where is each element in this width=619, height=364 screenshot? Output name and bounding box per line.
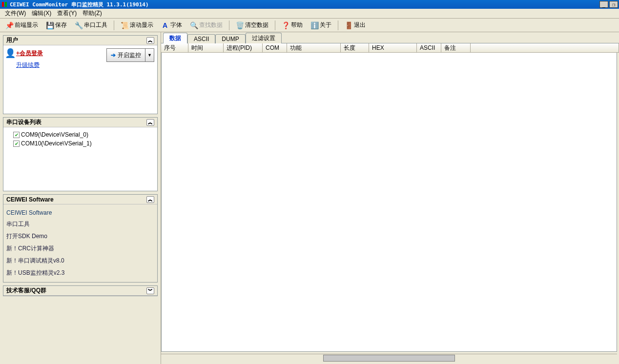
save-button[interactable]: 💾保存 — [42, 20, 70, 31]
clear-data-button[interactable]: 🗑️清空数据 — [232, 20, 272, 31]
title-bar: CEIWEI CommMonitor 串口监控精灵 11.3.1(19014) … — [0, 0, 619, 9]
expand-icon[interactable]: ︾ — [146, 287, 154, 294]
software-link[interactable]: 新！串口调试精灵v8.0 — [6, 255, 154, 267]
menu-file[interactable]: 文件(W) — [2, 8, 29, 19]
sidebar: 用户 ︽ 👤 +会员登录 升级续费 ➔ 开启监控 ▼ — [0, 32, 161, 364]
arrow-right-icon: ➔ — [111, 52, 116, 59]
svg-rect-1 — [5, 2, 7, 7]
support-panel-header: 技术客服/QQ群 ︾ — [3, 286, 157, 296]
scroll-display-button[interactable]: 📜滚动显示 — [117, 20, 157, 31]
software-link[interactable]: 新！USB监控精灵v2.3 — [6, 267, 154, 279]
tab-ascii[interactable]: ASCII — [187, 34, 215, 43]
menu-view[interactable]: 查看(Y) — [54, 8, 80, 19]
device-tree: ✔COM9(\Device\VSerial_0) ✔COM10(\Device\… — [6, 130, 154, 148]
column-header[interactable]: 序号 — [161, 43, 188, 52]
toolbar-separator — [114, 20, 114, 30]
software-panel-title: CEIWEI Software — [6, 196, 54, 203]
help-button[interactable]: ❓帮助 — [278, 20, 306, 31]
about-button[interactable]: ℹ️关于 — [307, 20, 335, 31]
checkbox-icon[interactable]: ✔ — [13, 132, 20, 138]
content-area: 数据 ASCII DUMP 过滤设置 序号时间进程(PID)COM功能长度HEX… — [161, 32, 619, 364]
column-header-filler — [471, 43, 619, 52]
grid-body[interactable] — [161, 53, 617, 352]
search-icon: 🔍 — [190, 21, 198, 29]
menu-edit[interactable]: 编辑(X) — [29, 8, 54, 19]
scroll-icon: 📜 — [121, 21, 128, 29]
user-panel-title: 用户 — [6, 36, 18, 44]
support-panel-title: 技术客服/QQ群 — [6, 286, 46, 295]
font-button[interactable]: A字体 — [158, 20, 186, 31]
device-panel-header: 串口设备列表 ︽ — [3, 118, 157, 127]
column-header[interactable]: 功能 — [287, 43, 341, 52]
serial-tools-button[interactable]: 🔧串口工具 — [71, 20, 111, 31]
checkbox-icon[interactable]: ✔ — [13, 141, 20, 147]
toolbar-separator — [229, 20, 229, 30]
menu-help[interactable]: 帮助(Z) — [80, 8, 104, 19]
svg-rect-0 — [2, 2, 4, 7]
user-panel: 用户 ︽ 👤 +会员登录 升级续费 ➔ 开启监控 ▼ — [3, 35, 158, 114]
collapse-icon[interactable]: ︽ — [146, 119, 154, 126]
software-link[interactable]: 打开SDK Demo — [6, 230, 154, 243]
grid-header: 序号时间进程(PID)COM功能长度HEXASCII备注 — [161, 43, 619, 53]
column-header[interactable]: COM — [263, 43, 287, 52]
info-icon: ℹ️ — [310, 21, 318, 29]
user-panel-header: 用户 ︽ — [3, 36, 157, 45]
horizontal-scrollbar[interactable] — [161, 354, 617, 362]
clear-icon: 🗑️ — [236, 21, 244, 29]
toolbar: 📌前端显示 💾保存 🔧串口工具 📜滚动显示 A字体 🔍查找数据 🗑️清空数据 ❓… — [0, 19, 619, 32]
pin-icon: 📌 — [5, 21, 13, 29]
start-monitor-dropdown[interactable]: ▼ — [145, 48, 154, 62]
software-panel: CEIWEI Software ︽ CEIWEI Software 串口工具 打… — [3, 194, 158, 283]
maximize-button[interactable]: ❐ — [609, 1, 618, 8]
device-panel-title: 串口设备列表 — [6, 118, 41, 126]
software-link[interactable]: 新！CRC计算神器 — [6, 243, 154, 255]
app-icon — [1, 1, 8, 8]
front-display-button[interactable]: 📌前端显示 — [2, 20, 41, 31]
tabs: 数据 ASCII DUMP 过滤设置 — [161, 32, 619, 43]
upgrade-link[interactable]: 升级续费 — [16, 61, 43, 69]
device-item[interactable]: ✔COM10(\Device\VSerial_1) — [6, 139, 154, 148]
collapse-icon[interactable]: ︽ — [146, 37, 154, 44]
software-panel-header: CEIWEI Software ︽ — [3, 195, 157, 204]
tab-filter[interactable]: 过滤设置 — [246, 33, 282, 43]
collapse-icon[interactable]: ︽ — [146, 196, 154, 203]
column-header[interactable]: 长度 — [341, 43, 369, 52]
exit-button[interactable]: 🚪退出 — [341, 20, 369, 31]
help-icon: ❓ — [282, 21, 289, 29]
column-header[interactable]: 进程(PID) — [224, 43, 263, 52]
scrollbar-thumb[interactable] — [323, 355, 455, 362]
software-link[interactable]: 串口工具 — [6, 218, 154, 230]
save-icon: 💾 — [46, 21, 54, 29]
person-icon: 👤 — [6, 48, 14, 58]
software-link[interactable]: CEIWEI Software — [6, 207, 154, 218]
start-monitor-button[interactable]: ➔ 开启监控 — [106, 48, 145, 62]
toolbar-separator — [275, 20, 275, 30]
device-list-panel: 串口设备列表 ︽ ✔COM9(\Device\VSerial_0) ✔COM10… — [3, 117, 158, 191]
exit-icon: 🚪 — [345, 21, 352, 29]
device-item[interactable]: ✔COM9(\Device\VSerial_0) — [6, 130, 154, 139]
column-header[interactable]: 备注 — [441, 43, 471, 52]
menu-bar: 文件(W) 编辑(X) 查看(Y) 帮助(Z) — [0, 9, 619, 19]
column-header[interactable]: ASCII — [417, 43, 441, 52]
toolbar-separator — [338, 20, 338, 30]
column-header[interactable]: HEX — [369, 43, 417, 52]
font-icon: A — [161, 21, 169, 29]
minimize-button[interactable]: _ — [599, 1, 608, 8]
tools-icon: 🔧 — [75, 21, 83, 29]
column-header[interactable]: 时间 — [188, 43, 224, 52]
support-panel: 技术客服/QQ群 ︾ — [3, 285, 158, 296]
tab-data[interactable]: 数据 — [163, 33, 187, 43]
tab-dump[interactable]: DUMP — [215, 34, 245, 43]
login-link[interactable]: +会员登录 — [16, 49, 43, 58]
window-title: CEIWEI CommMonitor 串口监控精灵 11.3.1(19014) — [10, 1, 599, 8]
search-data-button[interactable]: 🔍查找数据 — [186, 20, 226, 31]
